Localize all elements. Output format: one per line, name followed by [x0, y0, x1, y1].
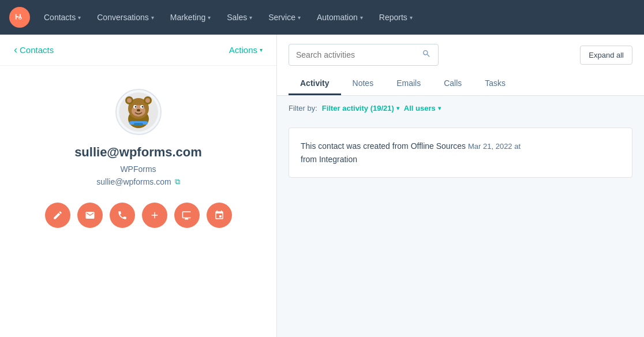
chevron-down-icon: ▾ [249, 14, 252, 21]
chevron-down-icon: ▾ [360, 14, 363, 21]
edit-button[interactable] [45, 203, 70, 228]
filter-users-button[interactable]: All users ▾ [404, 104, 441, 113]
svg-point-7 [145, 98, 150, 103]
search-activities-input[interactable] [296, 50, 417, 59]
tab-calls[interactable]: Calls [432, 73, 473, 95]
left-panel: Contacts Actions ▾ [0, 35, 277, 337]
filter-by-label: Filter by: [289, 104, 317, 113]
activity-feed: This contact was created from Offline So… [277, 121, 644, 337]
tab-activity[interactable]: Activity [289, 73, 341, 95]
nav-conversations[interactable]: Conversations ▾ [90, 8, 161, 27]
activity-tabs: Activity Notes Emails Calls Tasks [289, 73, 632, 95]
tab-tasks[interactable]: Tasks [473, 73, 517, 95]
add-button[interactable] [142, 203, 167, 228]
nav-reports[interactable]: Reports ▾ [372, 8, 420, 27]
calendar-button[interactable] [207, 203, 232, 228]
email-button[interactable] [77, 203, 103, 228]
activity-card: This contact was created from Offline So… [289, 128, 632, 178]
call-button[interactable] [110, 203, 135, 228]
contact-info-section: sullie@wpforms.com WPForms sullie@wpform… [0, 66, 276, 337]
search-activities-box[interactable] [289, 44, 439, 66]
activity-header: Expand all Activity Notes Emails Calls T… [277, 35, 644, 96]
search-icon [422, 49, 431, 61]
nav-automation[interactable]: Automation ▾ [310, 8, 370, 27]
tab-emails[interactable]: Emails [385, 73, 432, 95]
chevron-down-icon: ▾ [78, 14, 81, 21]
chevron-down-icon: ▾ [151, 14, 154, 21]
svg-point-6 [127, 98, 132, 103]
chevron-down-icon: ▾ [208, 14, 211, 21]
chevron-down-icon: ▾ [298, 14, 301, 21]
screen-button[interactable] [174, 203, 200, 228]
actions-button[interactable]: Actions ▾ [229, 45, 263, 55]
back-to-contacts-link[interactable]: Contacts [14, 44, 54, 56]
main-layout: Contacts Actions ▾ [0, 35, 644, 337]
tab-notes[interactable]: Notes [341, 73, 385, 95]
contact-company: WPForms [120, 164, 156, 174]
nav-contacts[interactable]: Contacts ▾ [37, 8, 88, 27]
chevron-down-icon: ▾ [438, 105, 441, 111]
filter-row: Filter by: Filter activity (19/21) ▾ All… [277, 96, 644, 121]
top-navigation: Contacts ▾ Conversations ▾ Marketing ▾ S… [0, 0, 644, 35]
expand-all-button[interactable]: Expand all [580, 46, 632, 65]
svg-point-11 [134, 106, 136, 108]
hubspot-logo[interactable] [9, 7, 30, 28]
nav-sales[interactable]: Sales ▾ [220, 8, 259, 27]
contact-avatar [115, 89, 162, 135]
panel-header: Contacts Actions ▾ [0, 35, 276, 66]
contact-action-buttons [45, 203, 232, 228]
chevron-down-icon: ▾ [410, 14, 413, 21]
nav-marketing[interactable]: Marketing ▾ [163, 8, 218, 27]
activity-suffix: from Integration [301, 155, 357, 164]
activity-date: Mar 21, 2022 at [468, 142, 521, 151]
chevron-down-icon: ▾ [260, 47, 263, 53]
svg-point-13 [137, 109, 140, 111]
filter-activity-button[interactable]: Filter activity (19/21) ▾ [322, 104, 399, 113]
nav-service[interactable]: Service ▾ [261, 8, 308, 27]
copy-icon[interactable]: ⧉ [175, 177, 180, 186]
contact-email-small: sullie@wpforms.com ⧉ [96, 177, 179, 186]
svg-rect-15 [134, 123, 143, 126]
svg-point-12 [141, 106, 143, 108]
search-expand-row: Expand all [289, 44, 632, 66]
contact-email-display: sullie@wpforms.com [74, 144, 202, 161]
activity-text: This contact was created from Offline So… [301, 141, 466, 151]
chevron-down-icon: ▾ [396, 105, 399, 111]
right-panel: Expand all Activity Notes Emails Calls T… [277, 35, 644, 337]
